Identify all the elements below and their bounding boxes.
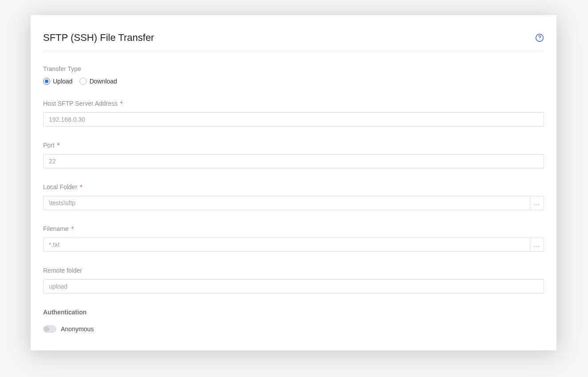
host-input[interactable] — [43, 112, 544, 127]
svg-point-1 — [539, 40, 540, 40]
radio-circle-icon — [79, 78, 87, 85]
authentication-heading: Authentication — [43, 309, 544, 316]
local-folder-input[interactable] — [43, 196, 530, 210]
filename-row: ... — [43, 238, 544, 252]
host-label-text: Host SFTP Server Address — [43, 100, 118, 107]
toggle-knob-icon — [44, 326, 49, 332]
radio-upload[interactable]: Upload — [43, 78, 72, 85]
required-mark: * — [80, 183, 82, 190]
anonymous-label: Anonymous — [61, 325, 94, 333]
radio-download-label: Download — [89, 78, 117, 85]
radio-download[interactable]: Download — [79, 78, 117, 85]
host-label: Host SFTP Server Address * — [43, 100, 544, 107]
sftp-config-panel: SFTP (SSH) File Transfer Transfer Type U… — [31, 15, 556, 350]
local-folder-browse-button[interactable]: ... — [530, 196, 544, 210]
page-title: SFTP (SSH) File Transfer — [43, 32, 154, 44]
port-label: Port * — [43, 142, 544, 149]
port-label-text: Port — [43, 142, 55, 149]
transfer-type-options: Upload Download — [43, 78, 544, 85]
local-folder-label: Local Folder * — [43, 183, 544, 190]
local-folder-group: Local Folder * ... — [43, 183, 544, 210]
port-input[interactable] — [43, 154, 544, 168]
local-folder-label-text: Local Folder — [43, 183, 77, 190]
remote-folder-label: Remote folder — [43, 267, 544, 274]
local-folder-row: ... — [43, 196, 544, 210]
filename-browse-button[interactable]: ... — [530, 238, 544, 252]
remote-folder-input[interactable] — [43, 279, 544, 294]
filename-group: Filename * ... — [43, 225, 544, 252]
anonymous-toggle[interactable] — [43, 325, 56, 333]
transfer-type-group: Transfer Type Upload Download — [43, 65, 544, 85]
anonymous-toggle-row: Anonymous — [43, 325, 544, 333]
filename-label: Filename * — [43, 225, 544, 232]
required-mark: * — [120, 100, 123, 107]
port-group: Port * — [43, 142, 544, 168]
filename-input[interactable] — [43, 238, 530, 252]
panel-header: SFTP (SSH) File Transfer — [43, 32, 544, 51]
filename-label-text: Filename — [43, 225, 69, 232]
remote-folder-group: Remote folder — [43, 267, 544, 294]
radio-upload-label: Upload — [53, 78, 72, 85]
required-mark: * — [71, 225, 73, 232]
help-icon[interactable] — [535, 33, 544, 42]
radio-circle-icon — [43, 78, 50, 85]
host-group: Host SFTP Server Address * — [43, 100, 544, 127]
required-mark: * — [57, 142, 60, 149]
transfer-type-label: Transfer Type — [43, 65, 544, 72]
